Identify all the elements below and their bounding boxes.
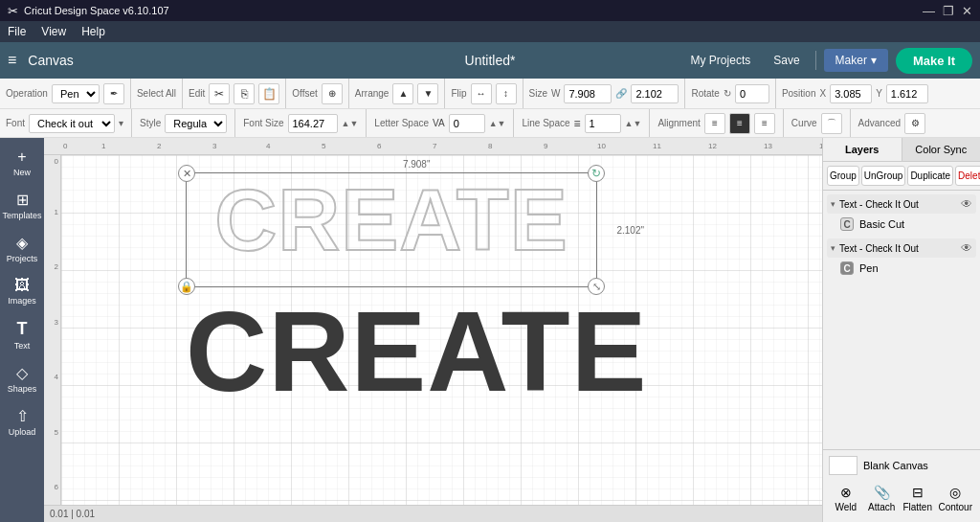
eye-group2-icon[interactable]: 👁 bbox=[961, 241, 972, 255]
curve-icon[interactable]: ⌒ bbox=[821, 113, 842, 134]
coords-value: 0.01 | 0.01 bbox=[50, 509, 95, 519]
layer-item-1-label: Basic Cut bbox=[859, 218, 904, 230]
ruler-v-mark-0: 0 bbox=[55, 157, 58, 166]
edit-label: Edit bbox=[189, 88, 205, 99]
ruler-v-mark-1: 1 bbox=[55, 208, 58, 216]
shapes-icon: ◇ bbox=[16, 364, 28, 382]
window-controls[interactable]: — ❐ ✕ bbox=[923, 4, 972, 18]
sidebar-item-templates[interactable]: ⊞ Templates bbox=[3, 186, 41, 225]
sidebar-item-projects[interactable]: ◈ Projects bbox=[3, 229, 41, 268]
align-right-icon[interactable]: ≡ bbox=[754, 113, 775, 134]
align-left-icon[interactable]: ≡ bbox=[704, 113, 725, 134]
select-all-button[interactable]: Select All bbox=[137, 88, 176, 99]
eye-group1-icon[interactable]: 👁 bbox=[961, 197, 972, 211]
select-all-group: Select All bbox=[137, 79, 183, 108]
sidebar-item-upload[interactable]: ⇧ Upload bbox=[3, 402, 41, 442]
my-projects-button[interactable]: My Projects bbox=[683, 50, 759, 71]
offset-icon[interactable]: ⊕ bbox=[322, 83, 343, 104]
size-h-input[interactable] bbox=[631, 84, 679, 103]
line-space-group: Line Space ≡ ▲▼ bbox=[522, 109, 650, 137]
contour-button[interactable]: ◎ Contour bbox=[936, 481, 974, 516]
layer-group-1-label: Text - Check It Out bbox=[839, 199, 919, 210]
rotate-input[interactable] bbox=[735, 84, 769, 103]
menu-help[interactable]: Help bbox=[81, 25, 105, 38]
align-center-icon[interactable]: ≡ bbox=[729, 113, 750, 134]
group-button[interactable]: Group bbox=[827, 166, 859, 186]
create-solid-text: CREATE bbox=[186, 295, 647, 408]
font-size-input[interactable] bbox=[288, 114, 338, 133]
edit-paste-icon[interactable]: 📋 bbox=[258, 83, 279, 104]
main-toolbar: ≡ Canvas Untitled* My Projects Save Make… bbox=[0, 42, 980, 79]
arrange-front-icon[interactable]: ▲ bbox=[392, 83, 413, 104]
width-dim-label: 7.908" bbox=[403, 159, 431, 170]
position-x-input[interactable] bbox=[830, 84, 872, 103]
edit-cut-icon[interactable]: ✂ bbox=[209, 83, 230, 104]
flip-h-icon[interactable]: ↔ bbox=[471, 83, 492, 104]
handle-bottom-right[interactable]: ⤡ bbox=[588, 278, 605, 295]
maker-chevron-icon: ▾ bbox=[871, 54, 877, 67]
style-select[interactable]: Regular bbox=[165, 114, 227, 133]
weld-button[interactable]: ⊗ Weld bbox=[829, 481, 862, 516]
sidebar-item-text[interactable]: T Text bbox=[3, 314, 41, 355]
size-w-input[interactable] bbox=[564, 84, 612, 103]
layer-item-2[interactable]: C Pen bbox=[835, 258, 976, 279]
alignment-group: Alignment ≡ ≡ ≡ bbox=[657, 109, 783, 137]
sidebar-item-new[interactable]: + New bbox=[3, 144, 41, 182]
size-link-icon: 🔗 bbox=[615, 88, 627, 99]
sidebar-item-shapes[interactable]: ◇ Shapes bbox=[3, 359, 41, 398]
font-select[interactable]: Check it out bbox=[29, 114, 115, 133]
selection-container[interactable]: 7.908" ✕ ↻ 🔒 ⤡ CREATE 2.102" bbox=[186, 172, 647, 408]
handle-bottom-left[interactable]: 🔒 bbox=[178, 278, 195, 295]
panel-actions: Group UnGroup Duplicate Delete bbox=[823, 162, 980, 191]
letter-space-spin-icon: ▲▼ bbox=[489, 119, 506, 128]
close-button[interactable]: ✕ bbox=[962, 4, 972, 18]
sidebar-images-label: Images bbox=[8, 296, 36, 306]
flatten-button[interactable]: ⊟ Flatten bbox=[901, 481, 934, 516]
ruler-mark-9: 9 bbox=[544, 142, 547, 150]
edit-group: Edit ✂ ⎘ 📋 bbox=[189, 79, 286, 108]
layer-item-1[interactable]: C Basic Cut bbox=[835, 214, 976, 235]
maximize-button[interactable]: ❐ bbox=[943, 4, 954, 18]
attach-button[interactable]: 📎 Attach bbox=[864, 481, 898, 516]
sidebar-item-images[interactable]: 🖼 Images bbox=[3, 272, 41, 310]
ruler-v-mark-2: 2 bbox=[55, 262, 58, 271]
layers-list: ▾ Text - Check It Out 👁 C Basic Cut ▾ Te… bbox=[823, 191, 980, 449]
canvas-area[interactable]: 0 1 2 3 4 5 6 7 8 9 10 11 12 13 14 0 1 2… bbox=[44, 138, 822, 522]
delete-button[interactable]: Delete bbox=[955, 166, 980, 186]
height-dim-label: 2.102" bbox=[616, 225, 644, 236]
pen-icon-box[interactable]: ✒ bbox=[103, 83, 124, 104]
letter-space-group: Letter Space VA ▲▼ bbox=[374, 109, 514, 137]
alignment-label: Alignment bbox=[657, 118, 700, 128]
layer-group-2-header[interactable]: ▾ Text - Check It Out 👁 bbox=[827, 238, 976, 258]
position-y-input[interactable] bbox=[886, 84, 928, 103]
blank-canvas-swatch[interactable] bbox=[829, 456, 858, 475]
ruler-mark-1: 1 bbox=[101, 142, 105, 150]
edit-copy-icon[interactable]: ⎘ bbox=[234, 83, 255, 104]
save-button[interactable]: Save bbox=[766, 50, 807, 71]
flip-v-icon[interactable]: ↕ bbox=[496, 83, 517, 104]
chevron-group2-icon: ▾ bbox=[831, 243, 835, 253]
arrange-group: Arrange ▲ ▼ bbox=[355, 79, 446, 108]
letter-space-input[interactable] bbox=[449, 114, 485, 133]
maker-button[interactable]: Maker ▾ bbox=[824, 49, 888, 72]
ops-toolbar: Operation Pen ✒ Select All Edit ✂ ⎘ 📋 Of… bbox=[0, 79, 980, 109]
tab-color-sync[interactable]: Color Sync bbox=[902, 138, 981, 161]
hamburger-menu[interactable]: ≡ bbox=[8, 52, 16, 69]
selection-box[interactable]: ✕ ↻ 🔒 ⤡ CREATE 2.102" bbox=[186, 172, 597, 287]
tab-layers[interactable]: Layers bbox=[823, 138, 902, 161]
ungroup-button[interactable]: UnGroup bbox=[861, 166, 906, 186]
arrange-back-icon[interactable]: ▼ bbox=[417, 83, 438, 104]
arrange-label: Arrange bbox=[355, 88, 390, 99]
menu-view[interactable]: View bbox=[41, 25, 66, 38]
line-space-input[interactable] bbox=[585, 114, 621, 133]
minimize-button[interactable]: — bbox=[923, 4, 935, 18]
app-icon: ✂ bbox=[8, 4, 18, 18]
canvas-grid[interactable]: 7.908" ✕ ↻ 🔒 ⤡ CREATE 2.102" bbox=[61, 155, 822, 522]
make-it-button[interactable]: Make It bbox=[896, 48, 972, 74]
menu-file[interactable]: File bbox=[8, 25, 26, 38]
ruler-mark-12: 12 bbox=[708, 142, 717, 150]
operation-select[interactable]: Pen bbox=[52, 84, 100, 103]
layer-group-1-header[interactable]: ▾ Text - Check It Out 👁 bbox=[827, 194, 976, 214]
advanced-icon[interactable]: ⚙ bbox=[904, 113, 925, 134]
duplicate-button[interactable]: Duplicate bbox=[907, 166, 953, 186]
